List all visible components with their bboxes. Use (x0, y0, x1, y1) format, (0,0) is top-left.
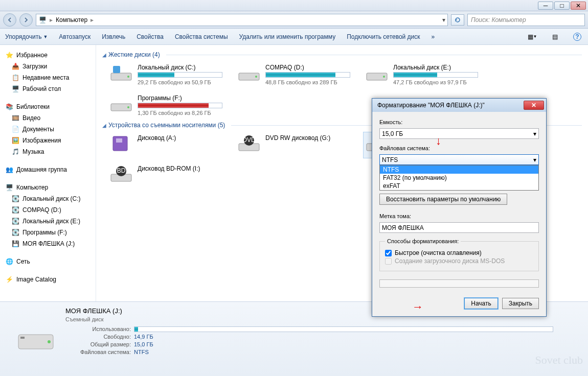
format-progress (379, 279, 539, 288)
dialog-titlebar[interactable]: Форматирование "МОЯ ФЛЕШКА (J:)" ✕ (372, 99, 546, 112)
address-dropdown-icon[interactable]: ▾ (442, 16, 445, 24)
fs-option-ntfs[interactable]: NTFS (380, 166, 538, 174)
capacity-bar (138, 103, 222, 108)
view-icon[interactable]: ▦▼ (527, 31, 538, 42)
capacity-bar (265, 72, 350, 78)
maximize-button[interactable]: □ (554, 2, 570, 10)
drive-tile-i[interactable]: BD Дисковод BD-ROM (I:) (107, 162, 225, 186)
sidebar-drive-d[interactable]: 💽COMPAQ (D:) (0, 204, 96, 216)
close-dialog-button[interactable]: Закрыть (502, 298, 539, 309)
sidebar-image-catalog[interactable]: ⚡Image Catalog (0, 272, 96, 285)
music-icon: 🎵 (11, 148, 19, 156)
svg-point-20 (48, 340, 51, 343)
drive-icon: 💽 (11, 217, 19, 225)
help-icon[interactable]: ? (572, 31, 583, 42)
fs-option-exfat[interactable]: exFAT (380, 182, 538, 190)
eject-button[interactable]: Извлечь (102, 33, 125, 40)
volume-input[interactable] (379, 222, 539, 233)
desktop-icon: 🖥️ (11, 85, 19, 93)
chevron-down-icon: ▾ (533, 130, 536, 137)
catalog-icon: ⚡ (5, 275, 13, 284)
details-subtitle: Съемный диск (65, 316, 553, 322)
fs-option-fat32[interactable]: FAT32 (по умолчанию) (380, 174, 538, 182)
star-icon: ⭐ (5, 51, 13, 59)
sidebar-favorites[interactable]: ⭐Избранное (0, 48, 96, 61)
drive-stat: 29,2 ГБ свободно из 50,9 ГБ (138, 79, 222, 85)
capacity-bar (138, 72, 222, 78)
sidebar-drive-f[interactable]: 💽Программы (F:) (0, 227, 96, 238)
uninstall-button[interactable]: Удалить или изменить программу (239, 33, 336, 40)
drive-icon: 💽 (11, 195, 19, 203)
collapse-icon: ◢ (102, 123, 106, 128)
sidebar-drive-c[interactable]: 💽Локальный диск (C:) (0, 193, 96, 204)
toolbar-overflow[interactable]: » (432, 33, 435, 40)
hdd-icon (366, 64, 388, 82)
capacity-label: Емкость: (379, 119, 539, 125)
capacity-select[interactable]: 15,0 ГБ▾ (379, 128, 539, 139)
properties-button[interactable]: Свойства (137, 33, 164, 40)
sidebar-desktop[interactable]: 🖥️Рабочий стол (0, 83, 96, 95)
drive-tile-g[interactable]: DVD DVD RW дисковод (G:) (235, 132, 353, 158)
svg-text:BD: BD (117, 167, 126, 174)
sidebar-downloads[interactable]: 📥Загрузки (0, 61, 96, 72)
search-input[interactable]: Поиск: Компьютер (467, 14, 585, 26)
organize-menu[interactable]: Упорядочить ▼ (5, 33, 48, 40)
preview-pane-icon[interactable]: ▤ (549, 31, 560, 42)
drive-tile-e[interactable]: Локальный диск (E:)47,2 ГБ свободно из 9… (363, 61, 481, 88)
msdos-boot-checkbox: Создание загрузочного диска MS-DOS (385, 257, 533, 265)
svg-rect-1 (113, 66, 120, 73)
drive-icon: 💽 (11, 206, 19, 214)
sidebar-libraries[interactable]: 📚Библиотеки (0, 100, 96, 112)
computer-icon: 🖥️ (38, 16, 47, 24)
drive-stat: 47,2 ГБ свободно из 97,9 ГБ (393, 79, 478, 85)
forward-button[interactable] (19, 13, 33, 27)
pictures-icon: 🖼️ (11, 136, 19, 145)
sidebar-video[interactable]: 🎞️Видео (0, 112, 96, 124)
minimize-button[interactable]: ─ (538, 2, 553, 10)
sidebar-pictures[interactable]: 🖼️Изображения (0, 135, 96, 146)
dialog-close-button[interactable]: ✕ (524, 101, 544, 110)
drive-tile-a[interactable]: Дисковод (A:) (107, 132, 225, 158)
free-value: 14,9 ГБ (134, 334, 153, 340)
sidebar-music[interactable]: 🎵Музыка (0, 146, 96, 157)
floppy-icon (110, 134, 132, 153)
sidebar-network[interactable]: 🌐Сеть (0, 254, 96, 267)
section-hdd[interactable]: ◢Жесткие диски (4) (102, 51, 582, 58)
homegroup-icon: 👥 (5, 166, 13, 174)
drive-name: DVD RW дисковод (G:) (265, 134, 350, 142)
back-button[interactable] (3, 13, 16, 27)
network-icon: 🌐 (5, 257, 13, 266)
sidebar-documents[interactable]: 📄Документы (0, 124, 96, 135)
restore-defaults-button[interactable]: Восстановить параметры по умолчанию (379, 194, 507, 205)
video-icon: 🎞️ (11, 114, 19, 122)
sidebar-homegroup[interactable]: 👥Домашняя группа (0, 162, 96, 175)
autoplay-button[interactable]: Автозапуск (59, 33, 91, 40)
drive-tile-f[interactable]: Программы (F:)1,30 ГБ свободно из 8,26 Г… (107, 92, 225, 119)
window-titlebar: ─ □ ✕ (0, 0, 588, 11)
drive-stat: 48,8 ГБ свободно из 289 ГБ (265, 79, 350, 85)
drive-tile-c[interactable]: Локальный диск (C:)29,2 ГБ свободно из 5… (107, 61, 225, 88)
drive-tile-d[interactable]: COMPAQ (D:)48,8 ГБ свободно из 289 ГБ (235, 61, 353, 88)
svg-rect-10 (116, 138, 122, 143)
refresh-button[interactable] (451, 14, 464, 26)
libraries-icon: 📚 (5, 103, 13, 111)
system-properties-button[interactable]: Свойства системы (175, 33, 228, 40)
close-button[interactable]: ✕ (571, 2, 586, 10)
sidebar-recent[interactable]: 📋Недавние места (0, 72, 96, 83)
map-drive-button[interactable]: Подключить сетевой диск (347, 33, 420, 40)
fs-value: NTFS (134, 349, 149, 355)
dialog-title: Форматирование "МОЯ ФЛЕШКА (J:)" (377, 102, 524, 109)
hdd-icon (110, 64, 132, 82)
filesystem-select[interactable]: NTFS▾ NTFS FAT32 (по умолчанию) exFAT (379, 154, 539, 165)
sidebar-drive-j[interactable]: 💾МОЯ ФЛЕШКА (J:) (0, 238, 96, 249)
sidebar-drive-e[interactable]: 💽Локальный диск (E:) (0, 216, 96, 227)
used-label: Использовано: (65, 326, 131, 332)
address-bar[interactable]: 🖥️ ▸ Компьютер ▸ ▾ (36, 14, 448, 26)
sidebar-computer[interactable]: 🖥️Компьютер (0, 180, 96, 193)
total-label: Общий размер: (65, 341, 131, 347)
drive-icon: 💽 (11, 228, 19, 237)
usb-icon: 💾 (11, 240, 19, 248)
breadcrumb-computer[interactable]: Компьютер (56, 16, 87, 24)
quick-format-checkbox[interactable]: Быстрое (очистка оглавления) (385, 249, 533, 256)
start-button[interactable]: Начать (464, 298, 498, 309)
